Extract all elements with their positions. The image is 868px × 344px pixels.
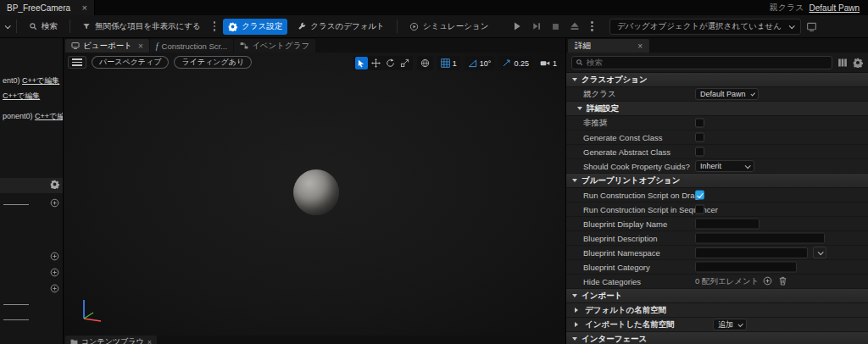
add-circle-icon[interactable] <box>50 198 59 209</box>
property-row-run-on-drag: Run Construction Script on Drag <box>566 188 868 203</box>
row-imported-namespace[interactable]: インポートした名前空間 追加 <box>566 318 868 332</box>
debug-browse-icon[interactable] <box>806 21 817 32</box>
column-view-icon[interactable] <box>837 58 848 68</box>
components-panel-clipped: ent0) C++で編集 C++で編集 ponent0) C++で編 <box>0 38 64 344</box>
chevron-down-icon <box>817 249 823 255</box>
eject-button[interactable] <box>570 21 580 31</box>
property-row-display-name: Blueprint Display Name <box>566 217 868 231</box>
grid-snap-control[interactable]: 1 <box>437 56 460 70</box>
stop-button[interactable] <box>551 22 560 31</box>
tab-event-graph[interactable]: イベントグラフ <box>234 39 315 53</box>
rotation-snap-control[interactable]: 10° <box>465 56 495 70</box>
chevron-down-icon <box>750 91 755 96</box>
3d-viewport[interactable]: パースペクティブ ライティングあり 1 <box>64 53 565 336</box>
property-row-description: Blueprint Description <box>566 231 868 246</box>
generate-const-checkbox[interactable] <box>695 133 704 142</box>
generate-abstract-checkbox[interactable] <box>695 147 704 157</box>
world-space-icon[interactable] <box>419 57 431 69</box>
chevron-right-icon <box>575 308 578 313</box>
search-button[interactable]: 検索 <box>24 19 63 35</box>
class-defaults-button[interactable]: クラスのデフォルト <box>292 19 390 35</box>
parent-class-dropdown[interactable]: Default Pawn <box>695 88 759 100</box>
panel-row-highlight[interactable] <box>0 178 63 193</box>
section-class-options[interactable]: クラスオプション <box>566 73 868 87</box>
sphere-mesh[interactable] <box>293 169 339 215</box>
close-icon[interactable]: × <box>637 42 643 51</box>
move-tool-icon[interactable] <box>370 57 382 69</box>
simulation-label: シミュレーション <box>423 21 489 32</box>
chevron-right-icon <box>575 322 578 327</box>
viewport-topright-controls: 1 10° 0.25 1 <box>353 56 560 70</box>
close-icon[interactable]: × <box>82 3 87 13</box>
edit-in-cpp-link[interactable]: C++で編集 <box>22 76 59 85</box>
select-tool-icon[interactable] <box>355 57 368 69</box>
gear-icon[interactable] <box>50 180 59 189</box>
tab-viewport[interactable]: ビューポート × <box>65 39 149 53</box>
simulation-button[interactable]: シミュレーション <box>404 19 494 35</box>
tab-construction-script[interactable]: f Construction Scr... <box>150 39 233 53</box>
rotate-tool-icon[interactable] <box>384 57 397 69</box>
bottom-dock: コンテンツブラウ × <box>64 336 565 344</box>
more-options-icon[interactable] <box>211 21 219 31</box>
add-circle-icon[interactable] <box>50 252 59 263</box>
class-settings-button[interactable]: クラス設定 <box>223 19 287 35</box>
property-row-hide-categories: Hide Categories 0 配列エレメント <box>566 275 868 289</box>
add-namespace-dropdown[interactable]: 追加 <box>713 319 747 330</box>
component-row[interactable]: ponent0) C++で編 <box>0 111 63 122</box>
namespace-input[interactable] <box>695 247 808 258</box>
description-input[interactable] <box>695 233 825 244</box>
close-icon[interactable]: × <box>138 42 143 51</box>
should-cook-dropdown[interactable]: Inherit <box>695 160 754 172</box>
perspective-dropdown[interactable]: パースペクティブ <box>92 56 169 69</box>
gear-icon <box>228 22 237 31</box>
chevron-down-icon <box>572 78 577 81</box>
display-name-input[interactable] <box>695 219 760 230</box>
close-icon[interactable]: × <box>147 338 152 344</box>
category-input[interactable] <box>695 262 797 273</box>
array-count-label: 0 配列エレメント <box>695 276 760 287</box>
details-search-row <box>566 53 868 73</box>
row-default-namespace[interactable]: デフォルトの名前空間 <box>566 303 868 318</box>
section-import[interactable]: インポート <box>566 289 868 303</box>
scale-tool-icon[interactable] <box>398 57 411 69</box>
scale-snap-control[interactable]: 0.25 <box>498 56 532 70</box>
component-row[interactable]: C++で編集 <box>0 91 63 102</box>
play-button[interactable] <box>512 21 522 31</box>
tab-content-browser[interactable]: コンテンツブラウ × <box>65 336 157 344</box>
add-circle-icon[interactable] <box>50 268 59 279</box>
add-circle-icon[interactable] <box>50 284 59 295</box>
run-in-sequencer-checkbox[interactable] <box>695 205 704 214</box>
camera-speed-control[interactable]: 1 <box>537 56 560 70</box>
details-search-input[interactable] <box>587 58 828 67</box>
run-on-drag-checkbox[interactable] <box>695 191 704 200</box>
deprecated-checkbox[interactable] <box>695 119 704 128</box>
frame-skip-button[interactable] <box>531 21 542 31</box>
folder-icon <box>70 338 78 344</box>
hide-unrelated-button[interactable]: 無関係な項目を非表示にする <box>77 19 206 35</box>
edit-in-cpp-link[interactable]: C++で編 <box>35 112 63 120</box>
compile-dropdown-chevron-icon[interactable] <box>5 23 11 29</box>
section-interface[interactable]: インターフェース <box>566 332 868 344</box>
property-label: Blueprint Category <box>583 263 650 272</box>
parent-class-value: Default Pawn <box>700 90 746 98</box>
asset-tab-bp-freecamera[interactable]: BP_FreeCamera × <box>0 0 95 15</box>
section-blueprint-options[interactable]: ブループリントオプション <box>566 174 868 188</box>
camera-speed-value: 1 <box>553 59 557 68</box>
parent-class-link[interactable]: Default Pawn <box>810 3 860 13</box>
edit-in-cpp-link[interactable]: C++で編集 <box>3 92 40 100</box>
namespace-dropdown-button[interactable] <box>813 247 826 258</box>
settings-gear-icon[interactable] <box>853 58 863 68</box>
trash-icon[interactable] <box>778 274 787 289</box>
tab-details[interactable]: 詳細 × <box>568 39 649 53</box>
component-row[interactable]: ent0) C++で編集 <box>0 75 63 86</box>
debug-object-dropdown[interactable]: デバッグオブジェクトが選択されていません <box>609 19 801 35</box>
section-advanced[interactable]: 詳細設定 <box>566 102 868 116</box>
viewport-menu-button[interactable] <box>68 56 86 69</box>
add-element-icon[interactable] <box>763 274 772 289</box>
graph-icon <box>240 42 248 50</box>
details-body: クラスオプション 親クラス Default Pawn 詳細設定 非推奨 <box>566 73 868 344</box>
scale-snap-value: 0.25 <box>514 59 529 68</box>
play-options-icon[interactable] <box>588 21 596 31</box>
view-mode-dropdown[interactable]: ライティングあり <box>174 56 252 69</box>
details-search[interactable] <box>571 56 832 69</box>
